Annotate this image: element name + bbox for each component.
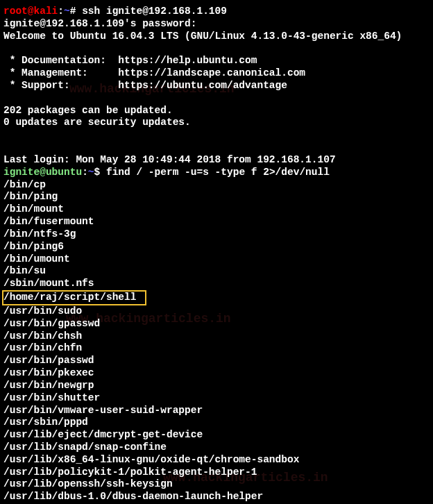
prompt2-at: @ bbox=[40, 167, 46, 178]
blank-line-3 bbox=[3, 129, 430, 142]
result-path: /usr/lib/x86_64-linux-gnu/oxide-qt/chrom… bbox=[3, 454, 430, 467]
result-path: /bin/ping bbox=[3, 191, 430, 203]
prompt2-user: ignite bbox=[3, 167, 40, 178]
result-path: /usr/bin/sudo bbox=[3, 305, 430, 318]
prompt-line-2[interactable]: ignite@ubuntu:~$ find / -perm -u=s -type… bbox=[3, 167, 430, 179]
result-path: /bin/su bbox=[3, 265, 430, 278]
result-path: /usr/sbin/pppd bbox=[3, 417, 430, 429]
result-path: /bin/cp bbox=[3, 179, 430, 192]
prompt-sep: : bbox=[58, 6, 64, 17]
blank-line-4 bbox=[3, 142, 430, 154]
result-path: /usr/lib/openssh/ssh-keysign bbox=[3, 478, 430, 491]
result-path: /usr/bin/vmware-user-suid-wrapper bbox=[3, 405, 430, 417]
blank-line-2 bbox=[3, 92, 430, 105]
management-line: * Management: https://landscape.canonica… bbox=[3, 67, 430, 80]
prompt-hash: # bbox=[70, 6, 82, 17]
prompt-at: @ bbox=[28, 6, 34, 17]
result-path: /bin/mount bbox=[3, 203, 430, 216]
result-path: /usr/bin/shutter bbox=[3, 392, 430, 405]
welcome-line: Welcome to Ubuntu 16.04.3 LTS (GNU/Linux… bbox=[3, 31, 430, 43]
result-path: /bin/ping6 bbox=[3, 241, 430, 253]
documentation-line: * Documentation: https://help.ubuntu.com bbox=[3, 55, 430, 67]
result-path: /usr/bin/chsh bbox=[3, 330, 430, 343]
result-path: /bin/fusermount bbox=[3, 216, 430, 228]
password-prompt: ignite@192.168.1.109's password: bbox=[3, 18, 430, 31]
result-path: /usr/lib/policykit-1/polkit-agent-helper… bbox=[3, 467, 430, 479]
results-list-1: /bin/cp/bin/ping/bin/mount/bin/fusermoun… bbox=[3, 179, 430, 290]
highlighted-result-line: /home/raj/script/shell bbox=[3, 290, 430, 305]
result-path: /bin/umount bbox=[3, 253, 430, 266]
prompt2-path: ~ bbox=[88, 167, 94, 178]
result-path: /usr/lib/snapd/snap-confine bbox=[3, 442, 430, 454]
prompt-path: ~ bbox=[64, 6, 70, 17]
support-line: * Support: https://ubuntu.com/advantage bbox=[3, 80, 430, 92]
prompt-line-1[interactable]: root@kali:~# ssh ignite@192.168.1.109 bbox=[3, 6, 430, 18]
highlighted-path: /home/raj/script/shell bbox=[2, 290, 146, 305]
prompt2-host: ubuntu bbox=[46, 167, 82, 178]
result-path: /usr/bin/passwd bbox=[3, 355, 430, 367]
find-command: find / -perm -u=s -type f 2>/dev/null bbox=[106, 167, 330, 178]
result-path: /usr/bin/gpasswd bbox=[3, 318, 430, 330]
result-path: /sbin/mount.nfs bbox=[3, 278, 430, 290]
security-line: 0 updates are security updates. bbox=[3, 117, 430, 129]
result-path: /usr/bin/newgrp bbox=[3, 380, 430, 392]
result-path: /bin/ntfs-3g bbox=[3, 228, 430, 241]
prompt-host: kali bbox=[34, 6, 58, 17]
results-list-2: /usr/bin/sudo/usr/bin/gpasswd/usr/bin/ch… bbox=[3, 305, 430, 504]
result-path: /usr/bin/pkexec bbox=[3, 367, 430, 380]
result-path: /usr/lib/dbus-1.0/dbus-daemon-launch-hel… bbox=[3, 491, 430, 503]
result-path: /usr/bin/chfn bbox=[3, 342, 430, 355]
prompt2-dollar: $ bbox=[94, 167, 106, 178]
result-path: /usr/lib/eject/dmcrypt-get-device bbox=[3, 429, 430, 442]
blank-line-1 bbox=[3, 42, 430, 55]
prompt-user: root bbox=[3, 6, 28, 17]
ssh-command: ssh ignite@192.168.1.109 bbox=[82, 6, 227, 17]
packages-line: 202 packages can be updated. bbox=[3, 105, 430, 117]
prompt2-sep: : bbox=[82, 167, 88, 178]
last-login-line: Last login: Mon May 28 10:49:44 2018 fro… bbox=[3, 154, 430, 167]
